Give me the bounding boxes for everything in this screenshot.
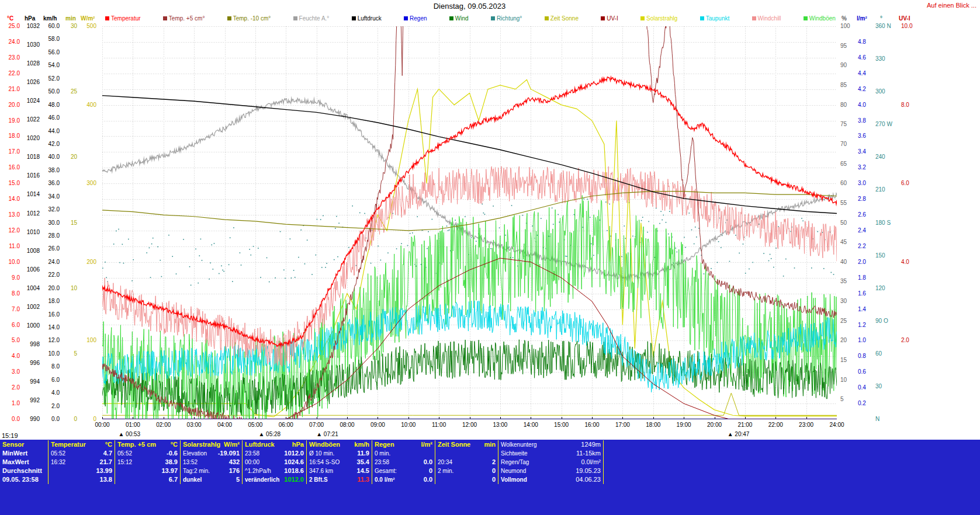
axis-tick-pct: 60 — [840, 180, 856, 186]
axis-tick-tempC: 5.0 — [2, 337, 20, 343]
table-row-09-05-23-58: 09.05. 23:5813.86.7dunkel5veränderlich10… — [0, 475, 980, 484]
legend-swatch-icon — [352, 16, 356, 20]
axis-tick-kmh: 2.0 — [42, 403, 60, 409]
legend-item-temperatur[interactable]: Temperatur — [105, 15, 141, 22]
table-cell: 16:3221.7 — [48, 458, 115, 467]
axis-tick-wm2: 300 — [81, 180, 96, 186]
table-cell: 05:52-0.6 — [115, 449, 180, 458]
axis-tick-kmh: 60.0 — [42, 23, 60, 29]
axis-tick-pct: 80 — [840, 102, 856, 108]
axis-tick-kmh: 16.0 — [42, 312, 60, 318]
axis-tick-hpa: 1016 — [22, 173, 40, 179]
cell-value: 0.0 — [424, 475, 432, 484]
legend-swatch-icon — [700, 16, 704, 20]
cell-sub: 20:34 — [438, 458, 452, 467]
axis-tick-kmh: 4.0 — [42, 390, 60, 396]
legend-item-uv-i[interactable]: UV-I — [601, 15, 618, 22]
legend-item-wind[interactable]: Wind — [449, 15, 469, 22]
col-name: Temperatur — [51, 440, 86, 449]
axis-unit-uvi: UV-I — [899, 16, 910, 22]
table-col-header-zeit-sonne: Zeit Sonnemin — [435, 440, 498, 449]
axis-tick-pct: 100 — [840, 23, 856, 29]
legend-item-windchill[interactable]: Windchill — [752, 15, 781, 22]
panel-filler — [603, 458, 980, 467]
axis-tick-kmh: 50.0 — [42, 89, 60, 95]
table-cell: 0 min. — [372, 449, 435, 458]
axis-tick-tempC: 18.0 — [2, 133, 20, 139]
legend-swatch-icon — [491, 16, 495, 20]
legend-item-taupunkt[interactable]: Taupunkt — [700, 15, 730, 22]
time-marker: ▲ 20:47 — [728, 431, 750, 438]
legend-item-temp-10-cm[interactable]: Temp. -10 cm° — [227, 15, 271, 22]
legend-item-zeit-sonne[interactable]: Zeit Sonne — [545, 15, 579, 22]
x-axis-label: 17:00 — [615, 422, 630, 428]
axis-tick-hpa: 1028 — [22, 61, 40, 67]
x-axis-label: 08:00 — [340, 422, 354, 428]
axis-tick-kmh: 38.0 — [42, 168, 60, 173]
axis-tick-hpa: 1014 — [22, 192, 40, 197]
table-col-header-luftdruck: LuftdruckhPa — [242, 440, 306, 449]
axis-tick-lm2: 1.0 — [858, 337, 873, 343]
legend-item-richtung[interactable]: Richtung° — [491, 15, 522, 22]
x-axis-label: 13:00 — [493, 422, 507, 428]
x-axis-label: 21:00 — [737, 422, 752, 428]
axis-tick-tempC: 19.0 — [2, 118, 20, 124]
axis-tick-hpa: 1004 — [22, 286, 40, 291]
plot-area[interactable] — [102, 26, 837, 419]
axis-tick-uvi: 2.0 — [901, 337, 919, 343]
axis-tick-deg: 330 — [875, 56, 900, 62]
axis-tick-tempC: 23.0 — [2, 55, 20, 61]
time-marker: ▲ 00:53 — [118, 431, 140, 438]
axis-tick-wm2: 100 — [81, 337, 96, 343]
x-axis-label: 10:00 — [401, 422, 415, 428]
col-name: Regen — [375, 440, 394, 449]
table-cell: 00:001024.6 — [242, 458, 306, 467]
legend-item-regen[interactable]: Regen — [404, 15, 427, 22]
axis-tick-tempC: 16.0 — [2, 165, 20, 170]
axis-tick-pct: 70 — [840, 141, 856, 147]
legend-item-solarstrahlg[interactable]: Solarstrahlg — [640, 15, 677, 22]
axis-tick-tempC: 0.0 — [2, 416, 20, 422]
axis-tick-minax: 25 — [62, 89, 77, 95]
legend-swatch-icon — [449, 16, 453, 20]
panel-filler — [603, 449, 980, 458]
axis-tick-pct: 35 — [840, 279, 856, 284]
info-label: Wolkenunterg — [501, 440, 537, 449]
x-axis-label: 01:00 — [126, 422, 140, 428]
axis-tick-lm2: 0.8 — [858, 353, 873, 359]
legend-item-feuchte-a[interactable]: Feuchte A.° — [293, 15, 330, 22]
legend-swatch-icon — [404, 16, 408, 20]
axis-tick-pct: 85 — [840, 82, 856, 88]
cell-sub: 16:54 S-SO — [309, 458, 340, 467]
axis-tick-tempC: 25.0 — [2, 23, 20, 29]
axis-tick-lm2: 1.4 — [858, 307, 873, 312]
legend-item-luftdruck[interactable]: Luftdruck — [352, 15, 382, 22]
table-col-header-solarstrahlg: SolarstrahlgW/m² — [180, 440, 242, 449]
table-cell: 15:1238.9 — [115, 458, 180, 467]
axis-tick-deg: 150 — [875, 253, 900, 259]
axis-tick-lm2: 0.2 — [858, 401, 873, 406]
info-value: 04.06.23 — [576, 475, 601, 484]
cell-value: 11.3 — [357, 475, 369, 484]
quick-view-link[interactable]: Auf einen Blick ... — [927, 2, 976, 9]
axis-tick-hpa: 994 — [22, 379, 40, 385]
legend-label: UV-I — [607, 15, 618, 22]
axis-tick-hpa: 998 — [22, 342, 40, 347]
panel-filler — [603, 475, 980, 484]
legend-item-windb-en[interactable]: Windböen — [804, 15, 836, 22]
cell-sub: 0 min. — [375, 449, 390, 458]
axis-tick-pct: 95 — [840, 43, 856, 49]
table-cell: 23:580.0 — [372, 458, 435, 467]
x-axis-label: 05:00 — [248, 422, 262, 428]
cell-value: -19.091 — [218, 449, 240, 458]
axis-tick-deg: 210 — [875, 187, 900, 193]
cell-sub: 2 Bft.S — [309, 475, 328, 484]
col-unit: km/h — [354, 440, 369, 449]
legend: TemperaturTemp. +5 cm°Temp. -10 cm°Feuch… — [105, 15, 836, 22]
axis-tick-kmh: 28.0 — [42, 233, 60, 239]
axis-tick-minax: 5 — [62, 351, 77, 357]
col-unit: °C — [105, 440, 112, 449]
axis-tick-hpa: 1018 — [22, 154, 40, 160]
legend-item-temp-5-cm[interactable]: Temp. +5 cm° — [163, 15, 205, 22]
legend-swatch-icon — [601, 16, 605, 20]
